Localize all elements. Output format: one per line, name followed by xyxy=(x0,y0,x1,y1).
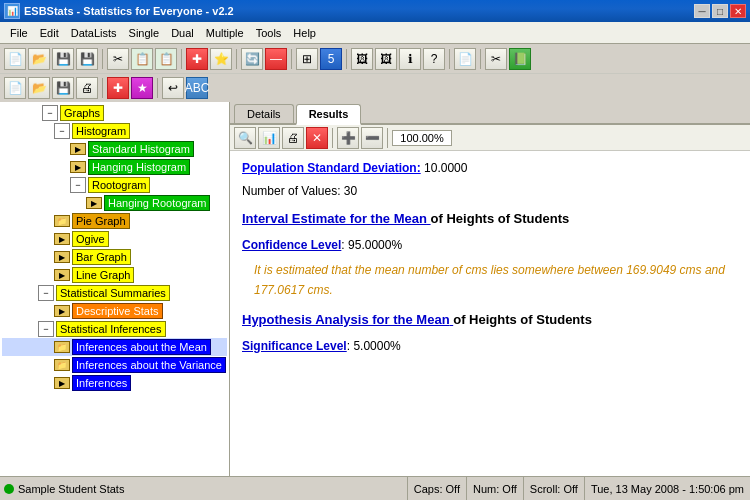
tree-item-std-histogram[interactable]: ▶ Standard Histogram xyxy=(2,140,227,158)
tree-expand-stat-sum[interactable]: − xyxy=(38,285,54,301)
tree-item-hanging-histogram[interactable]: ▶ Hanging Histogram xyxy=(2,158,227,176)
pop-std-value: 10.0000 xyxy=(424,161,467,175)
toolbar-doc-btn[interactable]: 📄 xyxy=(454,48,476,70)
tree-expand-stat-inf[interactable]: − xyxy=(38,321,54,337)
status-right: Caps: Off Num: Off Scroll: Off Tue, 13 M… xyxy=(407,477,750,501)
toolbar2-red-btn[interactable]: ✚ xyxy=(107,77,129,99)
tree-item-inf-mean[interactable]: 📁 Inferences about the Mean xyxy=(2,338,227,356)
toolbar-img1-btn[interactable]: 🖼 xyxy=(351,48,373,70)
toolbar-book-btn[interactable]: 📗 xyxy=(509,48,531,70)
tree-expand-graphs[interactable]: − xyxy=(42,105,58,121)
hypothesis-heading-text: Hypothesis Analysis for the Mean xyxy=(242,312,450,327)
tree-expand-histogram[interactable]: − xyxy=(54,123,70,139)
toolbar-help-btn[interactable]: ? xyxy=(423,48,445,70)
tree-label-inf-variance[interactable]: Inferences about the Variance xyxy=(72,357,226,373)
tree-expand-rootogram[interactable]: − xyxy=(70,177,86,193)
tree-label-line-graph[interactable]: Line Graph xyxy=(72,267,134,283)
tree-label-bar-graph[interactable]: Bar Graph xyxy=(72,249,131,265)
toolbar-minus-btn[interactable]: — xyxy=(265,48,287,70)
toolbar-refresh-btn[interactable]: 🔄 xyxy=(241,48,263,70)
tree-item-inf-variance[interactable]: 📁 Inferences about the Variance xyxy=(2,356,227,374)
status-num: Num: Off xyxy=(466,477,523,501)
toolbar2-btn1[interactable]: 📄 xyxy=(4,77,26,99)
toolbar-red-btn[interactable]: ✚ xyxy=(186,48,208,70)
tab-results[interactable]: Results xyxy=(296,104,362,125)
hypothesis-heading[interactable]: Hypothesis Analysis for the Mean xyxy=(242,312,453,327)
toolbar-save-btn[interactable]: 💾 xyxy=(52,48,74,70)
app-title: ESBStats - Statistics for Everyone - v2.… xyxy=(24,5,234,17)
tree-label-rootogram[interactable]: Rootogram xyxy=(88,177,150,193)
tree-item-stat-summaries[interactable]: − Statistical Summaries xyxy=(2,284,227,302)
menu-help[interactable]: Help xyxy=(287,25,322,41)
toolbar-scissors-btn[interactable]: ✂ xyxy=(485,48,507,70)
right-panel: Details Results 🔍 📊 🖨 ✕ ➕ ➖ 100.00% Popu… xyxy=(230,102,750,476)
minimize-button[interactable]: ─ xyxy=(694,4,710,18)
tree-item-bar-graph[interactable]: ▶ Bar Graph xyxy=(2,248,227,266)
tree-item-ogive[interactable]: ▶ Ogive xyxy=(2,230,227,248)
menu-file[interactable]: File xyxy=(4,25,34,41)
tree-area[interactable]: − Graphs − Histogram ▶ Standard Histogra… xyxy=(0,102,229,476)
tree-item-hanging-rootogram[interactable]: ▶ Hanging Rootogram xyxy=(2,194,227,212)
results-btn4[interactable]: ✕ xyxy=(306,127,328,149)
toolbar-new-btn[interactable]: 📄 xyxy=(4,48,26,70)
tree-label-stat-inferences[interactable]: Statistical Inferences xyxy=(56,321,166,337)
tree-item-rootogram[interactable]: − Rootogram xyxy=(2,176,227,194)
tree-item-descriptive[interactable]: ▶ Descriptive Stats xyxy=(2,302,227,320)
results-btn2[interactable]: 📊 xyxy=(258,127,280,149)
results-btn5[interactable]: ➕ xyxy=(337,127,359,149)
menu-single[interactable]: Single xyxy=(123,25,166,41)
tree-label-pie-graph[interactable]: Pie Graph xyxy=(72,213,130,229)
toolbar-img2-btn[interactable]: 🖼 xyxy=(375,48,397,70)
tree-item-pie-graph[interactable]: 📁 Pie Graph xyxy=(2,212,227,230)
toolbar-grid-btn[interactable]: ⊞ xyxy=(296,48,318,70)
tree-label-ogive[interactable]: Ogive xyxy=(72,231,109,247)
tree-label-histogram[interactable]: Histogram xyxy=(72,123,130,139)
toolbar-open-btn[interactable]: 📂 xyxy=(28,48,50,70)
toolbar-info-btn[interactable]: ℹ xyxy=(399,48,421,70)
tab-details[interactable]: Details xyxy=(234,104,294,123)
tree-item-stat-inferences[interactable]: − Statistical Inferences xyxy=(2,320,227,338)
toolbar2-star2-btn[interactable]: ★ xyxy=(131,77,153,99)
toolbar2-abc-btn[interactable]: ABC xyxy=(186,77,208,99)
tree-item-line-graph[interactable]: ▶ Line Graph xyxy=(2,266,227,284)
tree-label-stat-summaries[interactable]: Statistical Summaries xyxy=(56,285,170,301)
separator5 xyxy=(346,49,347,69)
toolbar-save2-btn[interactable]: 💾 xyxy=(76,48,98,70)
menu-multiple[interactable]: Multiple xyxy=(200,25,250,41)
toolbar-datalist2-btn[interactable]: 📋 xyxy=(155,48,177,70)
menu-edit[interactable]: Edit xyxy=(34,25,65,41)
tree-label-graphs[interactable]: Graphs xyxy=(60,105,104,121)
content-area[interactable]: Population Standard Deviation: 10.0000 N… xyxy=(230,151,750,476)
interval-subject: of Heights of Students xyxy=(431,211,570,226)
toolbar-star-btn[interactable]: ⭐ xyxy=(210,48,232,70)
tree-item-inferences[interactable]: ▶ Inferences xyxy=(2,374,227,392)
close-button[interactable]: ✕ xyxy=(730,4,746,18)
menu-datalists[interactable]: DataLists xyxy=(65,25,123,41)
tree-label-hanging-rootogram[interactable]: Hanging Rootogram xyxy=(104,195,210,211)
interval-heading[interactable]: Interval Estimate for the Mean xyxy=(242,211,431,226)
toolbar-datalist1-btn[interactable]: 📋 xyxy=(131,48,153,70)
menu-dual[interactable]: Dual xyxy=(165,25,200,41)
tree-label-inferences[interactable]: Inferences xyxy=(72,375,131,391)
results-btn3[interactable]: 🖨 xyxy=(282,127,304,149)
separator8 xyxy=(102,78,103,98)
maximize-button[interactable]: □ xyxy=(712,4,728,18)
toolbar2-undo-btn[interactable]: ↩ xyxy=(162,77,184,99)
main-content: − Graphs − Histogram ▶ Standard Histogra… xyxy=(0,102,750,476)
tree-label-descriptive[interactable]: Descriptive Stats xyxy=(72,303,163,319)
results-btn1[interactable]: 🔍 xyxy=(234,127,256,149)
results-btn6[interactable]: ➖ xyxy=(361,127,383,149)
toolbar-num-btn[interactable]: 5 xyxy=(320,48,342,70)
tree-item-graphs[interactable]: − Graphs xyxy=(2,104,227,122)
tree-label-inf-mean[interactable]: Inferences about the Mean xyxy=(72,339,211,355)
toolbar2-btn3[interactable]: 💾 xyxy=(52,77,74,99)
toolbar2-btn2[interactable]: 📂 xyxy=(28,77,50,99)
toolbar2-btn4[interactable]: 🖨 xyxy=(76,77,98,99)
menu-tools[interactable]: Tools xyxy=(250,25,288,41)
tree-label-hanging-histogram[interactable]: Hanging Histogram xyxy=(88,159,190,175)
tree-label-std-histogram[interactable]: Standard Histogram xyxy=(88,141,194,157)
zoom-level[interactable]: 100.00% xyxy=(392,130,452,146)
tree-item-histogram[interactable]: − Histogram xyxy=(2,122,227,140)
toolbar-cut-btn[interactable]: ✂ xyxy=(107,48,129,70)
separator6 xyxy=(449,49,450,69)
